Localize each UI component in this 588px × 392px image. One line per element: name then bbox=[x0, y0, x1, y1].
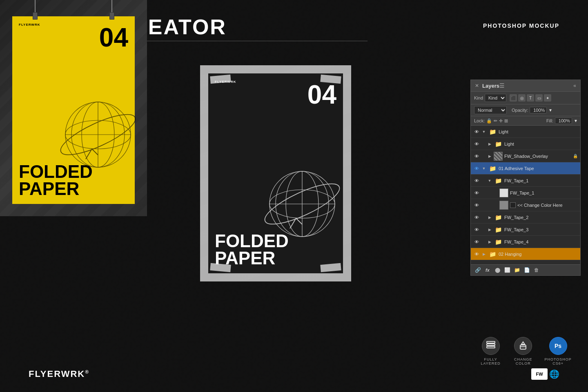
folder-icon: 📁 bbox=[495, 226, 502, 233]
panel-header: ✕ Layers ☰ « bbox=[471, 80, 580, 92]
layer-expand-icon[interactable]: ▶ bbox=[481, 252, 486, 257]
fw-badge: FW bbox=[531, 368, 548, 380]
layer-thumb: 📁 bbox=[494, 225, 503, 234]
folder-icon: 📁 bbox=[489, 128, 496, 135]
yellow-poster-container: FLYERWRK 04 FOLDED PAP bbox=[0, 0, 147, 216]
layer-expand-icon[interactable]: ▶ bbox=[487, 142, 492, 146]
layer-expand-icon[interactable]: ▶ bbox=[487, 154, 492, 159]
layer-item[interactable]: 👁 ▼ 📁 Light bbox=[471, 126, 580, 138]
folder-new-icon[interactable]: 📁 bbox=[513, 266, 521, 274]
layer-item[interactable]: 👁 ▼ 📁 Place your Mockup Here bbox=[471, 260, 580, 264]
kind-dropdown[interactable]: Kind bbox=[485, 94, 506, 102]
layer-item[interactable]: 👁 FW_Tape_1 bbox=[471, 187, 580, 199]
layer-eye-icon[interactable]: 👁 bbox=[473, 165, 480, 172]
layer-label: FW_Tape_2 bbox=[504, 215, 528, 220]
mask-icon[interactable]: ⬜ bbox=[503, 266, 511, 274]
layer-item[interactable]: 👁 ▼ 📁 FW_Tape_1 bbox=[471, 175, 580, 187]
layer-eye-icon[interactable]: 👁 bbox=[473, 226, 480, 233]
layer-eye-icon[interactable]: 👁 bbox=[473, 214, 480, 221]
folder-icon: 📁 bbox=[495, 141, 502, 147]
fill-arrow[interactable]: ▾ bbox=[575, 118, 577, 124]
delete-icon[interactable]: 🗑 bbox=[533, 266, 540, 274]
hanging-clips bbox=[33, 0, 114, 20]
photoshop-icon: Ps bbox=[549, 337, 567, 355]
bottom-bar: FLYERWRK® FW 🌐 bbox=[29, 368, 559, 380]
opacity-arrow[interactable]: ▾ bbox=[549, 107, 552, 113]
layer-eye-icon[interactable]: 👁 bbox=[473, 239, 480, 245]
dark-poster: FLYERWRK 04 FOLDED PAPER bbox=[208, 73, 343, 273]
filter-smart-icon[interactable]: ✦ bbox=[544, 94, 551, 102]
layer-eye-icon[interactable]: 👁 bbox=[473, 202, 480, 208]
layer-item[interactable]: 👁 ▶ 📁 FW_Tape_4 bbox=[471, 236, 580, 248]
move-icon[interactable]: ✛ bbox=[499, 118, 503, 124]
layer-expand-icon[interactable]: ▼ bbox=[481, 166, 486, 171]
filter-pixel-icon[interactable]: ⬛ bbox=[510, 94, 517, 102]
dark-poster-container: FLYERWRK 04 FOLDED PAPER bbox=[200, 65, 351, 281]
link-icon[interactable]: 🔗 bbox=[474, 266, 481, 274]
globe-icon: 🌐 bbox=[549, 369, 559, 379]
filter-type-icon[interactable]: T bbox=[527, 94, 534, 102]
svg-rect-16 bbox=[487, 341, 495, 343]
layer-item[interactable]: 👁 ▶ 📁 FW_Tape_3 bbox=[471, 224, 580, 236]
layer-eye-icon[interactable]: 👁 bbox=[473, 141, 480, 147]
layer-expand-icon[interactable]: ▼ bbox=[487, 178, 492, 183]
filter-adjust-icon[interactable]: ◎ bbox=[518, 94, 526, 102]
layer-expand-icon[interactable]: ▶ bbox=[487, 227, 492, 232]
change-color-icon bbox=[514, 337, 532, 355]
layer-expand-icon[interactable]: ▼ bbox=[481, 129, 486, 134]
layer-eye-icon[interactable]: 👁 bbox=[473, 128, 480, 135]
panel-close-button[interactable]: ✕ bbox=[475, 83, 479, 89]
svg-rect-14 bbox=[487, 344, 495, 345]
feature-fully-layered: FULLY LAYERED bbox=[474, 337, 507, 365]
layer-item[interactable]: 👁 ▶ FW_Shadow_Overlay 🔒 bbox=[471, 150, 580, 162]
fill-value[interactable]: 100% bbox=[555, 117, 572, 124]
layer-thumb bbox=[499, 188, 508, 197]
layer-expand-icon[interactable] bbox=[493, 203, 498, 208]
fully-layered-icon bbox=[482, 337, 500, 355]
filter-shape-icon[interactable]: ▭ bbox=[535, 94, 543, 102]
layer-expand-icon[interactable]: ▼ bbox=[487, 264, 492, 265]
artboard-icon[interactable]: ⊞ bbox=[504, 118, 508, 124]
layer-item[interactable]: 👁 ▶ 📁 FW_Tape_2 bbox=[471, 211, 580, 224]
layer-eye-icon[interactable]: 👁 bbox=[473, 153, 480, 159]
layer-thumb bbox=[499, 201, 508, 210]
layer-label: Place your Mockup Here bbox=[504, 264, 553, 265]
layer-expand-icon[interactable]: ▶ bbox=[487, 215, 492, 220]
layer-eye-icon[interactable]: 👁 bbox=[473, 263, 480, 265]
dark-poster-title: FOLDED PAPER bbox=[215, 233, 289, 267]
color-swatch bbox=[510, 202, 516, 208]
layer-new-icon[interactable]: 📄 bbox=[523, 266, 530, 274]
layer-thumb: 📁 bbox=[494, 140, 503, 148]
clip-string-left bbox=[35, 0, 36, 12]
clip-left bbox=[33, 0, 38, 20]
brush-icon[interactable]: ✏ bbox=[494, 118, 497, 124]
panel-expand-icon[interactable]: « bbox=[573, 83, 576, 89]
panel-menu-icon[interactable]: ☰ bbox=[499, 82, 505, 89]
lock-icon[interactable]: 🔒 bbox=[486, 118, 492, 124]
layer-eye-icon[interactable]: 👁 bbox=[473, 177, 480, 184]
feature-change-color: CHANGE COLOR bbox=[507, 337, 539, 365]
layer-item[interactable]: 👁 << Change Color Here bbox=[471, 199, 580, 211]
layer-expand-icon[interactable]: ▶ bbox=[487, 239, 492, 244]
layer-item[interactable]: 👁 ▶ 📁 Light bbox=[471, 138, 580, 150]
layer-label: FW_Shadow_Overlay bbox=[504, 154, 571, 159]
adjustment-icon[interactable]: ⬤ bbox=[494, 266, 501, 274]
yellow-poster-number: 04 bbox=[19, 24, 128, 51]
lock-row: Lock: 🔒 ✏ ✛ ⊞ Fill: 100% ▾ bbox=[471, 116, 580, 126]
fx-icon[interactable]: fx bbox=[484, 266, 491, 274]
layer-item-hanging[interactable]: 👁 ▶ 📁 02 Hanging bbox=[471, 248, 580, 260]
blend-mode-row: Normal Opacity: 100% ▾ bbox=[471, 104, 580, 116]
fill-label: Fill: bbox=[546, 118, 553, 123]
layer-item-active[interactable]: 👁 ▼ 📁 01 Adhesive Tape bbox=[471, 162, 580, 175]
layer-eye-icon[interactable]: 👁 bbox=[473, 190, 480, 196]
layer-label: 01 Adhesive Tape bbox=[499, 166, 578, 171]
layer-eye-icon[interactable]: 👁 bbox=[473, 251, 480, 257]
opacity-value[interactable]: 100% bbox=[530, 107, 547, 113]
filter-icons: ⬛ ◎ T ▭ ✦ bbox=[510, 94, 551, 102]
folder-icon: 📁 bbox=[489, 251, 496, 257]
blend-mode-dropdown[interactable]: Normal bbox=[474, 106, 507, 114]
layer-label: FW_Tape_4 bbox=[504, 239, 528, 244]
layer-expand-icon[interactable] bbox=[493, 190, 498, 195]
main-container: SCENE CREATOR Fully layerd and easy to u… bbox=[0, 0, 588, 392]
yellow-poster: FLYERWRK 04 FOLDED PAP bbox=[12, 16, 135, 204]
